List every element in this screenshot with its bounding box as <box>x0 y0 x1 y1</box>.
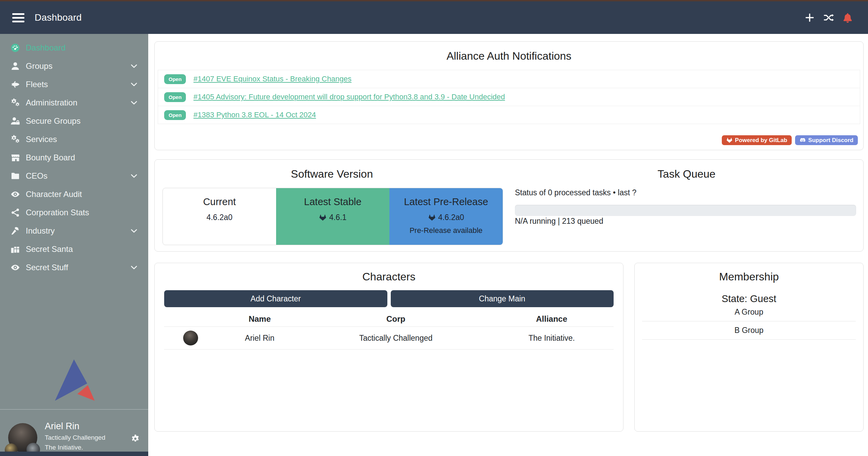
cogs-icon <box>8 98 22 107</box>
character-row: Ariel Rin Tactically Challenged The Init… <box>164 326 614 350</box>
task-queue-counts: N/A running | 213 queued <box>515 217 603 226</box>
discord-icon <box>799 137 806 143</box>
support-discord-badge[interactable]: Support Discord <box>795 135 858 145</box>
plus-icon[interactable] <box>804 12 815 23</box>
membership-groups-list: A Group B Group <box>642 303 856 340</box>
eye-icon <box>8 190 22 199</box>
menu-toggle-button[interactable] <box>12 13 24 22</box>
notification-row: Open #1383 Python 3.8 EOL - 14 Oct 2024 <box>158 106 860 124</box>
group-row: A Group <box>642 303 856 321</box>
user-avatar <box>8 423 42 456</box>
version-table: Current 4.6.2a0 Latest Stable 4.6.1 Late… <box>162 188 503 245</box>
user-name: Ariel Rin <box>45 421 105 432</box>
shuttle-icon <box>8 80 22 89</box>
task-queue-status-line: Status of 0 processed tasks • last ? <box>515 188 636 197</box>
software-version-title: Software Version <box>155 168 509 180</box>
top-accent-strip <box>0 0 868 1</box>
notification-link[interactable]: #1407 EVE Equinox Status - Breaking Chan… <box>193 75 351 83</box>
membership-panel: Membership State: Guest A Group B Group <box>634 263 864 432</box>
character-avatar <box>183 331 198 345</box>
user-alliance: The Initiative. <box>45 444 105 451</box>
sidebar-item-corporation-stats[interactable]: Corporation Stats <box>0 203 148 222</box>
gitlab-icon <box>726 137 733 143</box>
membership-title: Membership <box>635 271 863 283</box>
characters-table: Name Corp Alliance Ariel Rin Tactically … <box>164 311 614 350</box>
sidebar-item-bounty-board[interactable]: Bounty Board <box>0 148 148 167</box>
sidebar-item-ceos[interactable]: CEOs <box>0 167 148 185</box>
powered-by-gitlab-badge[interactable]: Powered by GitLab <box>722 135 792 145</box>
cell-corp: Tactically Challenged <box>302 334 489 343</box>
sidebar: Dashboard Groups Fleets Administration S… <box>0 34 148 452</box>
notifications-title: Alliance Auth Notifications <box>155 50 863 62</box>
status-badge: Open <box>164 74 186 84</box>
header-name: Name <box>217 314 302 324</box>
group-row: B Group <box>642 321 856 340</box>
sidebar-divider <box>0 409 148 410</box>
characters-table-header: Name Corp Alliance <box>164 311 614 326</box>
user-lock-icon <box>8 116 22 126</box>
sidebar-item-character-audit[interactable]: Character Audit <box>0 185 148 203</box>
sidebar-item-fleets[interactable]: Fleets <box>0 75 148 94</box>
notification-link[interactable]: #1405 Advisory: Future development will … <box>193 93 505 101</box>
characters-actions: Add Character Change Main <box>164 290 614 307</box>
shuffle-icon[interactable] <box>823 12 834 23</box>
add-character-button[interactable]: Add Character <box>164 290 387 307</box>
user-icon <box>8 61 22 71</box>
sidebar-nav: Dashboard Groups Fleets Administration S… <box>0 34 148 277</box>
cell-alliance: The Initiative. <box>490 334 614 343</box>
notification-row: Open #1407 EVE Equinox Status - Breaking… <box>158 70 860 88</box>
prerelease-note: Pre-Release available <box>389 226 503 235</box>
chevron-down-icon <box>130 263 138 272</box>
header-alliance: Alliance <box>490 314 614 324</box>
sidebar-item-secret-stuff[interactable]: Secret Stuff <box>0 258 148 277</box>
user-info: Ariel Rin Tactically Challenged The Init… <box>45 421 105 451</box>
cell-name: Ariel Rin <box>217 334 302 343</box>
sidebar-item-secure-groups[interactable]: Secure Groups <box>0 112 148 130</box>
navbar-actions <box>804 12 853 23</box>
store-icon <box>8 153 22 162</box>
sidebar-bottom-strip <box>0 452 148 456</box>
version-latest-stable: Latest Stable 4.6.1 <box>276 188 389 245</box>
task-queue-title: Task Queue <box>509 168 864 180</box>
change-main-button[interactable]: Change Main <box>391 290 614 307</box>
user-corporation: Tactically Challenged <box>45 434 105 441</box>
header-corp: Corp <box>302 314 489 324</box>
eye-icon <box>8 263 22 272</box>
bell-icon[interactable] <box>842 12 853 23</box>
gitlab-icon <box>428 214 436 221</box>
notification-link[interactable]: #1383 Python 3.8 EOL - 14 Oct 2024 <box>193 111 316 119</box>
hammer-icon <box>8 226 22 236</box>
task-queue-progress-bar <box>515 205 856 216</box>
status-badge: Open <box>164 110 186 120</box>
page-title: Dashboard <box>35 12 82 23</box>
gear-icon[interactable] <box>131 434 140 443</box>
notifications-panel: Alliance Auth Notifications Open #1407 E… <box>154 41 864 150</box>
top-navbar: Dashboard <box>0 1 868 34</box>
version-latest-prerelease: Latest Pre-Release 4.6.2a0 Pre-Release a… <box>389 188 503 245</box>
gitlab-icon <box>319 214 327 221</box>
user-panel: Ariel Rin Tactically Challenged The Init… <box>0 411 148 452</box>
sidebar-item-secret-santa[interactable]: Secret Santa <box>0 240 148 258</box>
cogs-icon <box>8 135 22 144</box>
folder-icon <box>8 171 22 181</box>
characters-panel: Characters Add Character Change Main Nam… <box>154 263 623 432</box>
notification-row: Open #1405 Advisory: Future development … <box>158 88 860 106</box>
sidebar-item-industry[interactable]: Industry <box>0 222 148 240</box>
software-version-task-queue-panel: Software Version Task Queue Current 4.6.… <box>154 159 864 252</box>
sidebar-item-administration[interactable]: Administration <box>0 94 148 112</box>
status-badge: Open <box>164 92 186 102</box>
notifications-list: Open #1407 EVE Equinox Status - Breaking… <box>158 70 860 124</box>
chevron-down-icon <box>130 172 138 180</box>
version-current: Current 4.6.2a0 <box>163 188 276 245</box>
chevron-down-icon <box>130 99 138 107</box>
gifts-icon <box>8 244 22 254</box>
sidebar-item-dashboard[interactable]: Dashboard <box>0 39 148 57</box>
chevron-down-icon <box>130 227 138 235</box>
chevron-down-icon <box>130 62 138 70</box>
share-icon <box>8 208 22 217</box>
notifications-footer: Powered by GitLab Support Discord <box>722 135 858 145</box>
characters-title: Characters <box>155 271 623 283</box>
sidebar-item-groups[interactable]: Groups <box>0 57 148 75</box>
sidebar-item-services[interactable]: Services <box>0 130 148 148</box>
alliance-auth-logo <box>54 359 95 401</box>
